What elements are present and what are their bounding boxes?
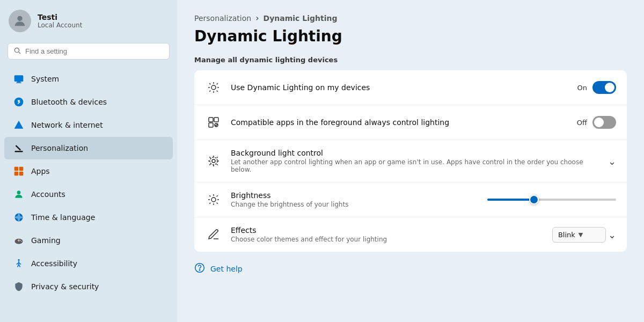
sidebar-item-personalization[interactable]: Personalization	[4, 137, 173, 159]
sidebar-item-network-label: Network & internet	[31, 121, 103, 129]
sidebar-item-accounts[interactable]: Accounts	[4, 183, 173, 206]
svg-point-17	[15, 216, 23, 219]
user-section: Testi Local Account	[0, 0, 177, 41]
brightness-slider[interactable]	[487, 199, 616, 201]
svg-line-49	[209, 195, 210, 196]
setting-brightness-desc: Change the brightness of your lights	[231, 201, 479, 208]
setting-background-light-text: Background light control Let another app…	[231, 149, 599, 173]
svg-rect-20	[18, 239, 19, 242]
svg-point-1	[14, 48, 19, 52]
svg-line-28	[19, 265, 20, 267]
user-subtitle: Local Account	[38, 21, 82, 29]
setting-use-dynamic-label: Use Dynamic Lighting on my devices	[231, 83, 569, 92]
svg-point-54	[199, 270, 200, 270]
page-title: Dynamic Lighting	[194, 27, 627, 45]
svg-rect-13	[19, 172, 24, 176]
chevron-down-icon[interactable]: ⌄	[608, 156, 616, 167]
svg-rect-9	[16, 145, 21, 151]
svg-point-6	[14, 98, 24, 107]
avatar	[9, 10, 31, 32]
gaming-icon	[13, 235, 25, 246]
get-help-label: Get help	[210, 265, 243, 273]
bluetooth-icon	[13, 96, 25, 108]
svg-rect-10	[14, 167, 19, 171]
svg-rect-12	[14, 172, 19, 176]
setting-compatible-apps-label: Compatible apps in the foreground always…	[231, 118, 568, 127]
setting-brightness-label: Brightness	[231, 191, 479, 200]
setting-brightness-text: Brightness Change the brightness of your…	[231, 191, 479, 208]
brightness-icon	[205, 191, 222, 208]
effects-dropdown[interactable]: Blink ▼	[552, 227, 606, 243]
sidebar-item-system-label: System	[31, 75, 59, 83]
svg-rect-40	[209, 123, 213, 127]
time-icon	[13, 211, 25, 223]
main-content: Personalization › Dynamic Lighting Dynam…	[177, 0, 644, 322]
svg-rect-38	[209, 118, 213, 122]
svg-line-36	[209, 91, 210, 92]
compatible-apps-toggle[interactable]	[592, 116, 616, 129]
breadcrumb: Personalization › Dynamic Lighting	[194, 13, 627, 23]
svg-point-0	[17, 16, 22, 21]
svg-rect-39	[214, 118, 218, 122]
search-icon	[13, 47, 21, 56]
svg-point-42	[212, 159, 215, 163]
sidebar-item-gaming[interactable]: Gaming	[4, 229, 173, 252]
breadcrumb-separator: ›	[255, 13, 259, 23]
svg-marker-7	[14, 121, 24, 129]
section-title: Manage all dynamic lighting devices	[194, 56, 627, 64]
use-dynamic-toggle[interactable]	[592, 81, 616, 94]
background-light-icon	[205, 152, 222, 170]
setting-background-light-control[interactable]: ⌄	[608, 156, 616, 167]
toggle-slider-off	[592, 116, 616, 129]
compatible-apps-icon	[205, 114, 222, 131]
accounts-icon	[13, 188, 25, 200]
privacy-icon	[13, 281, 25, 292]
sidebar-item-gaming-label: Gaming	[31, 236, 61, 245]
sidebar-item-apps-label: Apps	[31, 167, 50, 175]
setting-use-dynamic-control: On	[577, 81, 616, 94]
svg-rect-8	[15, 151, 23, 152]
search-input[interactable]	[25, 47, 164, 55]
svg-point-23	[18, 259, 19, 261]
svg-rect-4	[17, 82, 21, 83]
sidebar-item-privacy-label: Privacy & security	[31, 282, 99, 291]
svg-point-22	[21, 241, 22, 242]
sidebar-item-time-label: Time & language	[31, 213, 95, 222]
setting-brightness: Brightness Change the brightness of your…	[194, 182, 627, 217]
user-info: Testi Local Account	[38, 13, 82, 29]
svg-point-44	[211, 197, 216, 202]
toggle-slider-on	[592, 81, 616, 94]
setting-effects-text: Effects Choose color themes and effect f…	[231, 226, 544, 243]
sidebar-item-system[interactable]: System	[4, 68, 173, 90]
setting-effects-control: Blink ▼ ⌄	[552, 227, 616, 243]
sidebar-item-accessibility-label: Accessibility	[31, 259, 77, 268]
sidebar-item-network[interactable]: Network & internet	[4, 114, 173, 136]
toggle-off-label: Off	[577, 119, 587, 127]
sidebar-item-personalization-label: Personalization	[31, 144, 88, 152]
setting-background-light-desc: Let another app control lighting when an…	[231, 158, 599, 173]
apps-icon	[13, 165, 25, 177]
svg-line-37	[217, 83, 218, 84]
sidebar-item-bluetooth-label: Bluetooth & devices	[31, 98, 107, 106]
setting-compatible-apps: Compatible apps in the foreground always…	[194, 105, 627, 140]
network-icon	[13, 119, 25, 131]
search-box[interactable]	[8, 43, 170, 60]
effects-chevron-icon[interactable]: ⌄	[608, 229, 616, 240]
sidebar-item-bluetooth[interactable]: Bluetooth & devices	[4, 91, 173, 113]
personalization-icon	[13, 142, 25, 154]
nav-list: System Bluetooth & devices Network & int…	[0, 65, 177, 301]
setting-effects-label: Effects	[231, 226, 544, 235]
sidebar-item-accessibility[interactable]: Accessibility	[4, 252, 173, 275]
sidebar-item-apps[interactable]: Apps	[4, 160, 173, 182]
effects-icon	[205, 226, 222, 243]
svg-point-29	[211, 85, 216, 90]
sidebar-item-privacy[interactable]: Privacy & security	[4, 275, 173, 298]
svg-line-35	[217, 91, 218, 92]
svg-line-52	[217, 195, 218, 196]
sidebar-item-time[interactable]: Time & language	[4, 206, 173, 229]
breadcrumb-parent: Personalization	[194, 14, 251, 23]
toggle-on-label: On	[577, 84, 587, 92]
setting-use-dynamic-text: Use Dynamic Lighting on my devices	[231, 83, 569, 92]
get-help-icon	[194, 262, 205, 275]
get-help-link[interactable]: Get help	[194, 262, 627, 275]
